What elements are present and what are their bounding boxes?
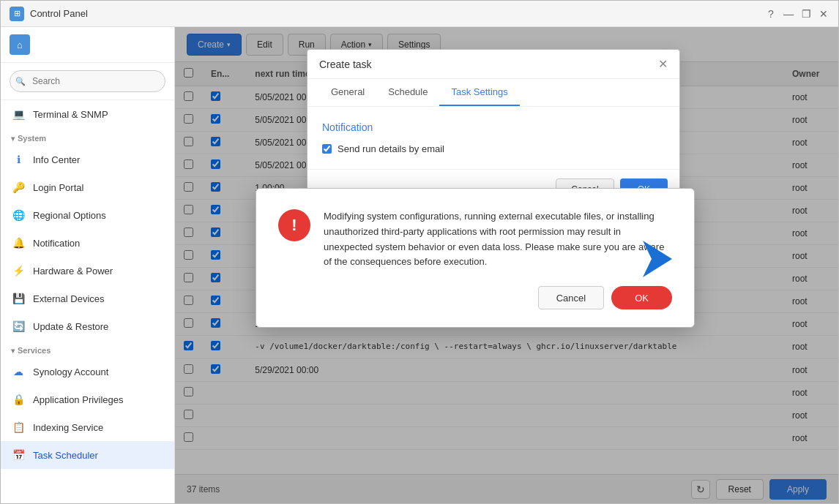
search-wrap [10, 70, 165, 92]
sidebar-label-info: Info Center [33, 154, 80, 165]
warn-message: Modifying system configurations, running… [324, 209, 672, 270]
email-checkbox-label: Send run details by email [338, 143, 444, 154]
synology-icon: ☁ [11, 364, 26, 379]
create-task-dialog: Create task ✕ General Schedule Task Sett… [307, 49, 680, 210]
sidebar-label-update: Update & Restore [33, 321, 108, 332]
sidebar-item-login-portal[interactable]: 🔑 Login Portal [1, 173, 174, 201]
login-icon: 🔑 [11, 180, 26, 195]
sidebar-item-update[interactable]: 🔄 Update & Restore [1, 312, 174, 340]
close-button[interactable]: ✕ [818, 8, 829, 20]
app-icon: ⊞ [10, 7, 24, 21]
control-panel-window: ⊞ Control Panel ? — ❐ ✕ ⌂ 💻 [0, 0, 839, 504]
home-item[interactable]: ⌂ [1, 27, 174, 63]
warning-dialog: ! Modifying system configurations, runni… [256, 188, 695, 328]
window-controls: ? — ❐ ✕ [765, 8, 829, 20]
sidebar-label-login: Login Portal [33, 182, 83, 193]
sidebar-label-notification: Notification [33, 238, 80, 249]
content-area: Create ▾ Edit Run Action ▾ Settings [175, 27, 838, 503]
notification-icon: 🔔 [11, 236, 26, 250]
dialog-tabs: General Schedule Task Settings [307, 79, 679, 107]
help-button[interactable]: ? [765, 8, 777, 20]
warning-icon: ! [278, 209, 310, 241]
sidebar-item-hardware[interactable]: ⚡ Hardware & Power [1, 257, 174, 285]
sidebar-label-synology: Synology Account [33, 366, 108, 377]
titlebar-left: ⊞ Control Panel [10, 7, 88, 21]
minimize-button[interactable]: — [783, 8, 794, 20]
regional-icon: 🌐 [11, 208, 26, 222]
notification-title: Notification [322, 121, 665, 133]
sidebar-label-hardware: Hardware & Power [33, 266, 113, 277]
sidebar-item-external[interactable]: 💾 External Devices [1, 285, 174, 312]
warn-cancel-button[interactable]: Cancel [538, 286, 604, 309]
sidebar-item-info-center[interactable]: ℹ Info Center [1, 146, 174, 173]
svg-marker-0 [643, 241, 672, 277]
sidebar-label-terminal: Terminal & SNMP [33, 109, 108, 120]
tab-task-settings[interactable]: Task Settings [439, 79, 519, 106]
external-icon: 💾 [11, 291, 26, 306]
sidebar-label-external: External Devices [33, 293, 105, 304]
dialog-close-button[interactable]: ✕ [658, 57, 668, 71]
sidebar-label-regional: Regional Options [33, 210, 106, 221]
sidebar-section-services[interactable]: Services [1, 340, 174, 358]
sidebar: ⌂ 💻 Terminal & SNMP System ℹ Info Center [1, 27, 175, 503]
sidebar-item-task-scheduler[interactable]: 📅 Task Scheduler [1, 441, 174, 469]
dialog-title: Create task [319, 59, 372, 70]
titlebar: ⊞ Control Panel ? — ❐ ✕ [1, 1, 838, 27]
tab-schedule[interactable]: Schedule [376, 79, 439, 106]
sidebar-item-indexing[interactable]: 📋 Indexing Service [1, 413, 174, 441]
indexing-icon: 📋 [11, 420, 26, 435]
privileges-icon: 🔒 [11, 392, 26, 407]
warn-content: ! Modifying system configurations, runni… [278, 209, 672, 270]
terminal-icon: 💻 [11, 107, 26, 121]
tab-general[interactable]: General [319, 79, 376, 106]
maximize-button[interactable]: ❐ [800, 8, 812, 20]
main-layout: ⌂ 💻 Terminal & SNMP System ℹ Info Center [1, 27, 838, 503]
sidebar-item-notification[interactable]: 🔔 Notification [1, 229, 174, 257]
email-checkbox-row: Send run details by email [322, 143, 665, 154]
email-checkbox[interactable] [322, 144, 332, 154]
dialog-body: Notification Send run details by email [307, 107, 679, 169]
sidebar-item-regional[interactable]: 🌐 Regional Options [1, 201, 174, 229]
update-icon: 🔄 [11, 319, 26, 334]
sidebar-label-indexing: Indexing Service [33, 422, 103, 433]
blue-arrow-indicator [635, 237, 679, 283]
hardware-icon: ⚡ [11, 263, 26, 278]
sidebar-search-area [1, 63, 174, 100]
sidebar-item-synology[interactable]: ☁ Synology Account [1, 358, 174, 385]
dialog-header: Create task ✕ [307, 50, 679, 79]
warn-ok-button[interactable]: OK [611, 286, 672, 309]
sidebar-item-terminal[interactable]: 💻 Terminal & SNMP [1, 100, 174, 128]
sidebar-section-system[interactable]: System [1, 128, 174, 146]
info-icon: ℹ [11, 152, 26, 167]
sidebar-item-app-privileges[interactable]: 🔒 Application Privileges [1, 385, 174, 413]
sidebar-label-task: Task Scheduler [33, 450, 98, 461]
sidebar-label-privileges: Application Privileges [33, 394, 124, 405]
search-input[interactable] [10, 70, 165, 92]
task-icon: 📅 [11, 448, 26, 462]
warn-footer: Cancel OK [278, 286, 672, 309]
home-icon: ⌂ [10, 34, 30, 55]
window-title: Control Panel [30, 8, 88, 19]
